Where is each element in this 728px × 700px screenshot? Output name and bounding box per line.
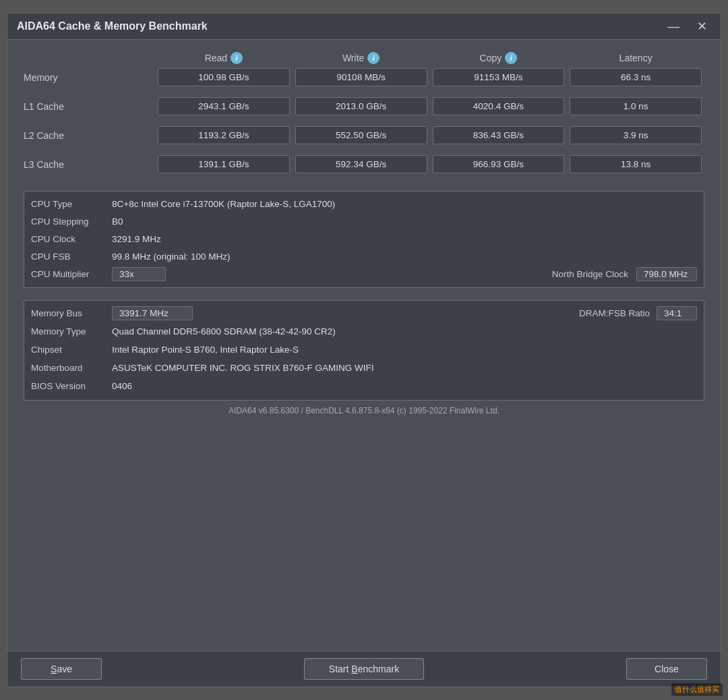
button-bar: Save Start Benchmark Close — [7, 651, 721, 687]
dram-fsb-label: DRAM:FSB Ratio — [579, 308, 657, 318]
motherboard-value: ASUSTeK COMPUTER INC. ROG STRIX B760-F G… — [112, 363, 374, 373]
row-write-0: 90108 MB/s — [293, 67, 430, 88]
cpu-type-row: CPU Type 8C+8c Intel Core i7-13700K (Rap… — [31, 196, 697, 212]
read-info-icon[interactable]: i — [231, 52, 243, 64]
row-label-2: L2 Cache — [24, 130, 155, 141]
close-button-bottom[interactable]: Close — [626, 658, 707, 680]
header-copy: Copy i — [430, 52, 568, 64]
row-copy-2: 836.43 GB/s — [430, 125, 568, 146]
memory-type-value: Quad Channel DDR5-6800 SDRAM (38-42-42-9… — [112, 326, 336, 337]
cpu-clock-label: CPU Clock — [31, 234, 112, 244]
window-title: AIDA64 Cache & Memory Benchmark — [17, 20, 663, 32]
header-write: Write i — [293, 52, 430, 64]
chipset-value: Intel Raptor Point-S B760, Intel Raptor … — [112, 345, 299, 355]
minimize-button[interactable]: — — [663, 19, 684, 34]
watermark: 值什么值得买 — [671, 683, 723, 696]
row-latency-3: 13.8 ns — [567, 154, 704, 175]
bios-label: BIOS Version — [31, 381, 112, 391]
cpu-multiplier-label: CPU Multiplier — [31, 269, 112, 279]
row-read-3: 1391.1 GB/s — [155, 154, 293, 175]
chipset-label: Chipset — [31, 345, 112, 355]
main-content: Read i Write i Copy i Latency Memory 100… — [7, 40, 721, 651]
cpu-fsb-row: CPU FSB 99.8 MHz (original: 100 MHz) — [31, 248, 697, 264]
bios-value: 0406 — [112, 381, 132, 391]
memory-bus-value: 3391.7 MHz — [112, 306, 193, 320]
benchmark-row-1: L1 Cache 2943.1 GB/s 2013.0 GB/s 4020.4 … — [24, 96, 704, 117]
footer-text: AIDA64 v6.85.6300 / BenchDLL 4.6.875.8-x… — [24, 401, 704, 418]
memory-bus-label: Memory Bus — [31, 308, 112, 318]
row-read-1: 2943.1 GB/s — [155, 96, 293, 117]
mem-info-section: Memory Bus 3391.7 MHz DRAM:FSB Ratio 34:… — [24, 300, 704, 401]
row-latency-2: 3.9 ns — [567, 125, 704, 146]
benchmark-row-0: Memory 100.98 GB/s 90108 MB/s 91153 MB/s… — [24, 67, 704, 88]
row-read-2: 1193.2 GB/s — [155, 125, 293, 146]
row-latency-1: 1.0 ns — [567, 96, 704, 117]
cpu-info-section: CPU Type 8C+8c Intel Core i7-13700K (Rap… — [24, 191, 704, 288]
header-latency: Latency — [567, 52, 704, 64]
cpu-multiplier-value: 33x — [112, 267, 166, 281]
north-bridge-label: North Bridge Clock — [552, 269, 636, 279]
dram-fsb-value: 34:1 — [657, 306, 697, 320]
copy-info-icon[interactable]: i — [505, 52, 517, 64]
north-bridge-value: 798.0 MHz — [636, 267, 697, 281]
benchmark-row-3: L3 Cache 1391.1 GB/s 592.34 GB/s 966.93 … — [24, 154, 704, 175]
start-benchmark-button[interactable]: Start Benchmark — [304, 658, 424, 680]
row-latency-0: 66.3 ns — [567, 67, 704, 88]
memory-bus-row: Memory Bus 3391.7 MHz DRAM:FSB Ratio 34:… — [31, 305, 697, 321]
motherboard-label: Motherboard — [31, 363, 112, 373]
row-copy-0: 91153 MB/s — [430, 67, 568, 88]
save-button[interactable]: Save — [21, 658, 102, 680]
column-headers: Read i Write i Copy i Latency — [24, 52, 704, 64]
cpu-type-label: CPU Type — [31, 199, 112, 209]
chipset-row: Chipset Intel Raptor Point-S B760, Intel… — [31, 341, 697, 357]
header-empty — [24, 52, 155, 64]
cpu-type-value: 8C+8c Intel Core i7-13700K (Raptor Lake-… — [112, 199, 335, 209]
cpu-stepping-value: B0 — [112, 216, 123, 227]
cpu-clock-value: 3291.9 MHz — [112, 234, 161, 244]
benchmark-rows: Memory 100.98 GB/s 90108 MB/s 91153 MB/s… — [24, 67, 704, 175]
bios-row: BIOS Version 0406 — [31, 378, 697, 394]
cpu-stepping-row: CPU Stepping B0 — [31, 213, 697, 229]
memory-type-row: Memory Type Quad Channel DDR5-6800 SDRAM… — [31, 323, 697, 339]
cpu-stepping-label: CPU Stepping — [31, 216, 112, 227]
benchmark-row-2: L2 Cache 1193.2 GB/s 552.50 GB/s 836.43 … — [24, 125, 704, 146]
motherboard-row: Motherboard ASUSTeK COMPUTER INC. ROG ST… — [31, 359, 697, 376]
row-label-1: L1 Cache — [24, 101, 155, 112]
row-copy-3: 966.93 GB/s — [430, 154, 568, 175]
row-write-1: 2013.0 GB/s — [293, 96, 430, 117]
row-write-2: 552.50 GB/s — [293, 125, 430, 146]
cpu-fsb-value: 99.8 MHz (original: 100 MHz) — [112, 252, 231, 262]
row-copy-1: 4020.4 GB/s — [430, 96, 568, 117]
window-controls: — ✕ — [663, 19, 711, 34]
cpu-fsb-label: CPU FSB — [31, 252, 112, 262]
close-button[interactable]: ✕ — [693, 19, 711, 34]
main-window: AIDA64 Cache & Memory Benchmark — ✕ Read… — [7, 13, 721, 687]
row-label-0: Memory — [24, 72, 155, 83]
header-read: Read i — [155, 52, 293, 64]
cpu-multiplier-row: CPU Multiplier 33x North Bridge Clock 79… — [31, 266, 697, 282]
title-bar: AIDA64 Cache & Memory Benchmark — ✕ — [7, 13, 721, 40]
memory-type-label: Memory Type — [31, 326, 112, 337]
row-label-3: L3 Cache — [24, 159, 155, 170]
write-info-icon[interactable]: i — [367, 52, 380, 64]
row-write-3: 592.34 GB/s — [293, 154, 430, 175]
cpu-clock-row: CPU Clock 3291.9 MHz — [31, 231, 697, 247]
row-read-0: 100.98 GB/s — [155, 67, 293, 88]
